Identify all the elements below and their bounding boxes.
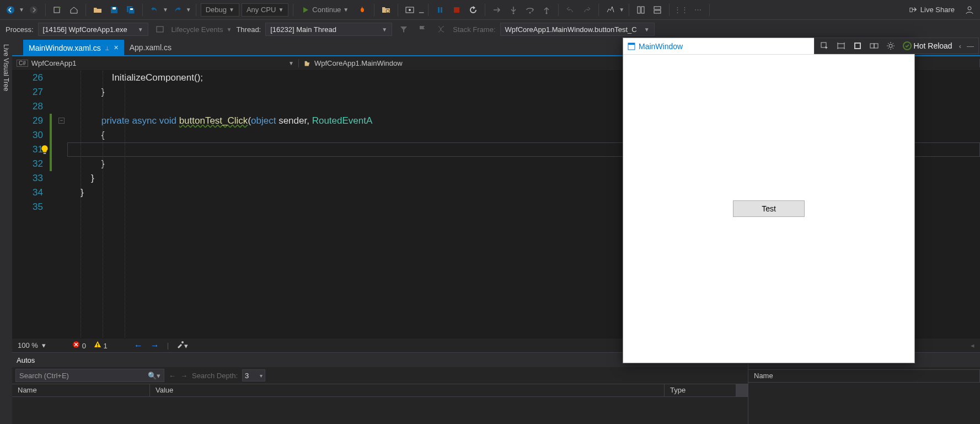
svg-point-13 xyxy=(546,12,548,14)
thread-combo[interactable]: [16232] Main Thread▼ xyxy=(265,23,392,36)
nav-forward-button[interactable] xyxy=(26,3,41,17)
svg-point-11 xyxy=(513,12,515,14)
show-next-statement-icon[interactable] xyxy=(490,3,504,17)
intellitrace-icon[interactable] xyxy=(603,3,618,17)
stop-icon[interactable] xyxy=(449,3,464,17)
save-all-icon[interactable] xyxy=(124,3,138,17)
svg-rect-27 xyxy=(628,43,635,45)
threads-icon[interactable] xyxy=(434,22,448,36)
svg-rect-21 xyxy=(44,153,46,154)
debug-bar: Process: [14156] WpfCoreApp1.exe▼ Lifecy… xyxy=(0,20,980,39)
side-tool-panel: Live Visual Tree xyxy=(0,39,12,424)
search-icon[interactable]: 🔍▾ xyxy=(148,372,160,380)
open-icon[interactable] xyxy=(90,3,105,17)
nav-back-button[interactable] xyxy=(3,3,18,17)
tab-mainwindow[interactable]: MainWindow.xaml.cs ⟂ ✕ xyxy=(23,40,124,55)
redo-icon[interactable] xyxy=(170,3,185,17)
config-combo[interactable]: Debug▼ xyxy=(201,3,239,17)
svg-rect-16 xyxy=(654,7,661,9)
continue-button[interactable]: Continue▼ xyxy=(298,3,353,17)
restart-icon[interactable] xyxy=(466,3,480,17)
depth-label: Search Depth: xyxy=(192,372,238,380)
scrollbar[interactable] xyxy=(736,384,748,396)
prev-issue-icon[interactable]: ← xyxy=(134,341,143,351)
misc1-icon[interactable]: ⋮⋮ xyxy=(674,3,688,17)
forward-icon[interactable]: → xyxy=(180,372,188,380)
close-icon[interactable]: ✕ xyxy=(114,44,119,51)
filter-icon[interactable] xyxy=(397,22,411,36)
layout2-icon[interactable] xyxy=(650,3,665,17)
minimize-icon[interactable]: — xyxy=(965,42,976,50)
col-type[interactable]: Type xyxy=(665,384,736,396)
svg-point-33 xyxy=(889,44,892,47)
hot-reload-button[interactable]: Hot Reload xyxy=(899,41,956,50)
svg-rect-8 xyxy=(438,7,440,13)
save-icon[interactable] xyxy=(107,3,121,17)
test-button[interactable]: Test xyxy=(733,200,805,217)
warning-count[interactable]: 1 xyxy=(94,341,108,350)
pin-icon[interactable]: ⟂ xyxy=(105,45,109,51)
lifecycle-icon[interactable] xyxy=(153,22,167,36)
svg-point-12 xyxy=(529,12,531,13)
lightbulb-icon[interactable] xyxy=(40,145,50,155)
in-app-debug-toolbar[interactable]: Hot Reload ‹ — xyxy=(814,38,979,54)
svg-rect-10 xyxy=(454,7,459,13)
wpf-app-window[interactable]: MainWindow Test xyxy=(623,38,915,363)
step-over-icon[interactable] xyxy=(523,3,537,17)
back-icon[interactable]: ← xyxy=(169,372,176,380)
hot-reload-icon[interactable] xyxy=(355,3,369,17)
dropdown-icon[interactable]: ▼ xyxy=(163,7,168,13)
svg-rect-18 xyxy=(910,8,912,12)
project-nav[interactable]: C# WpfCoreApp1 ▼ xyxy=(12,59,299,67)
depth-combo[interactable]: 3▾ xyxy=(242,369,265,381)
col-name[interactable]: Name xyxy=(748,370,980,382)
display-layout-icon[interactable] xyxy=(833,39,849,53)
next-issue-icon[interactable]: → xyxy=(151,341,159,351)
layout1-icon[interactable] xyxy=(634,3,648,17)
col-name[interactable]: Name xyxy=(12,384,150,396)
error-count[interactable]: 0 xyxy=(72,341,86,350)
new-project-icon[interactable] xyxy=(50,3,65,17)
track-focus-icon[interactable] xyxy=(850,39,865,53)
svg-rect-4 xyxy=(130,8,133,10)
home-icon[interactable] xyxy=(67,3,81,17)
settings-icon[interactable] xyxy=(883,39,898,53)
dropdown-icon[interactable]: ▼ xyxy=(619,7,624,13)
process-combo[interactable]: [14156] WpfCoreApp1.exe▼ xyxy=(38,23,148,36)
toggle-icon[interactable] xyxy=(866,39,882,53)
screenshot-icon[interactable] xyxy=(403,3,417,17)
svg-rect-9 xyxy=(441,7,442,13)
step-into-icon[interactable] xyxy=(506,3,521,17)
svg-rect-32 xyxy=(874,44,878,48)
find-in-files-icon[interactable] xyxy=(379,3,393,17)
svg-rect-3 xyxy=(113,7,116,9)
dropdown-icon[interactable]: ▼ xyxy=(19,7,24,13)
svg-point-25 xyxy=(181,341,184,343)
user-icon[interactable] xyxy=(962,3,977,17)
live-visual-tree-tab[interactable]: Live Visual Tree xyxy=(2,42,10,93)
flag-icon[interactable] xyxy=(415,22,430,36)
live-share-button[interactable]: Live Share xyxy=(904,6,960,14)
tab-app[interactable]: App.xaml.cs xyxy=(124,40,177,55)
undo-icon[interactable] xyxy=(147,3,162,17)
undo-2-icon xyxy=(563,3,577,17)
stack-frame-label: Stack Frame: xyxy=(453,25,495,34)
misc2-icon[interactable]: ⋯ xyxy=(690,3,705,17)
lifecycle-label: Lifecycle Events xyxy=(172,25,223,34)
collapse-left-icon[interactable]: ‹ xyxy=(957,42,963,50)
svg-rect-31 xyxy=(870,44,874,48)
autos-search-input[interactable]: Search (Ctrl+E) 🔍▾ xyxy=(15,369,164,382)
step-out-icon[interactable] xyxy=(539,3,554,17)
select-element-icon[interactable] xyxy=(817,39,832,53)
brush-icon[interactable]: ▾ xyxy=(176,341,188,350)
redo-2-icon xyxy=(580,3,594,17)
svg-rect-29 xyxy=(838,44,844,48)
zoom-level[interactable]: 100 % ▾ xyxy=(18,341,46,349)
dropdown-icon[interactable]: ▼ xyxy=(186,7,191,13)
svg-rect-23 xyxy=(97,343,98,346)
autos-columns: Name Value Type xyxy=(12,384,748,397)
stack-frame-combo[interactable]: WpfCoreApp1.MainWindow.buttonTest_C▼ xyxy=(500,23,655,36)
platform-combo[interactable]: Any CPU▼ xyxy=(242,3,288,17)
pause-icon[interactable] xyxy=(433,3,447,17)
col-value[interactable]: Value xyxy=(150,384,665,396)
